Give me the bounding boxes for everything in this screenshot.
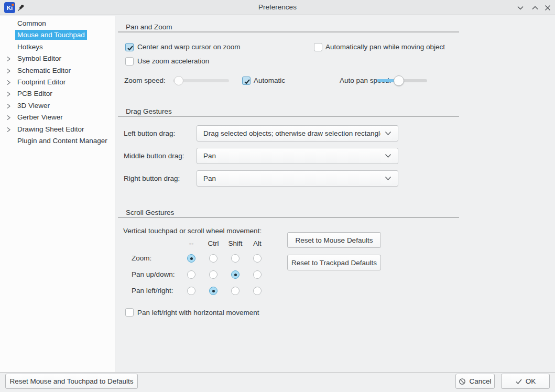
pan-updown-row-label: Pan up/down: xyxy=(132,270,175,279)
sidebar-item-common[interactable]: Common xyxy=(0,18,115,29)
titlebar: Ki Preferences xyxy=(0,0,555,15)
center-warp-cursor-label: Center and warp cursor on zoom xyxy=(137,43,241,51)
chevron-right-icon[interactable] xyxy=(6,127,12,133)
slider-knob[interactable] xyxy=(394,75,404,86)
sidebar-item-schematic-editor[interactable]: Schematic Editor xyxy=(0,65,115,77)
vertical-movement-label: Vertical touchpad or scroll wheel moveme… xyxy=(123,227,262,235)
ok-button[interactable]: OK xyxy=(501,374,550,389)
zoom-ctrl-radio[interactable] xyxy=(209,254,217,263)
zoom-acceleration-checkbox[interactable] xyxy=(125,57,134,66)
sidebar-item-3d-viewer[interactable]: 3D Viewer xyxy=(0,100,115,112)
window-shade-icon[interactable] xyxy=(517,4,524,12)
auto-pan-moving-object-label: Automatically pan while moving object xyxy=(325,43,445,51)
chevron-down-icon xyxy=(385,131,391,136)
chevron-right-icon[interactable] xyxy=(6,103,12,109)
center-warp-cursor-checkbox[interactable] xyxy=(125,43,134,51)
pan-leftright-none-radio[interactable] xyxy=(187,287,195,295)
section-divider xyxy=(118,116,459,117)
section-title-drag-gestures: Drag Gestures xyxy=(126,107,172,116)
middle-button-drag-select[interactable]: Pan xyxy=(197,148,398,164)
chevron-right-icon[interactable] xyxy=(6,68,12,74)
automatic-zoom-checkbox[interactable] xyxy=(242,77,251,85)
column-header-alt: Alt xyxy=(247,239,268,248)
reset-mouse-touchpad-defaults-button[interactable]: Reset Mouse and Touchpad to Defaults xyxy=(5,374,138,389)
cancel-button[interactable]: Cancel xyxy=(455,374,495,389)
sidebar-item-gerber-viewer[interactable]: Gerber Viewer xyxy=(0,112,115,123)
chevron-right-icon[interactable] xyxy=(6,56,12,62)
middle-button-drag-label: Middle button drag: xyxy=(124,152,184,160)
mouse-touchpad-panel: Pan and Zoom Center and warp cursor on z… xyxy=(115,15,555,372)
automatic-zoom-label: Automatic xyxy=(254,77,285,85)
pan-leftright-ctrl-radio[interactable] xyxy=(209,287,217,295)
sidebar-item-pcb-editor[interactable]: PCB Editor xyxy=(0,88,115,100)
sidebar-item-plugin-and-content-manager[interactable]: Plugin and Content Manager xyxy=(0,135,115,147)
right-button-drag-select[interactable]: Pan xyxy=(197,170,398,187)
window-maximize-icon[interactable] xyxy=(531,4,539,12)
section-title-scroll-gestures: Scroll Gestures xyxy=(126,209,174,217)
column-header-ctrl: Ctrl xyxy=(203,239,224,248)
slider-knob[interactable] xyxy=(174,76,183,85)
chevron-right-icon[interactable] xyxy=(6,115,12,121)
window-close-icon[interactable] xyxy=(544,4,551,12)
auto-pan-speed-slider[interactable] xyxy=(377,75,427,86)
pan-leftright-alt-radio[interactable] xyxy=(253,287,262,295)
horizontal-pan-checkbox[interactable] xyxy=(125,308,134,317)
zoom-alt-radio[interactable] xyxy=(253,254,262,263)
zoom-acceleration-label: Use zoom acceleration xyxy=(137,57,209,66)
chevron-right-icon[interactable] xyxy=(6,91,12,97)
pan-leftright-shift-radio[interactable] xyxy=(231,287,240,295)
sidebar-item-drawing-sheet-editor[interactable]: Drawing Sheet Editor xyxy=(0,124,115,135)
column-header-shift: Shift xyxy=(225,239,246,248)
preferences-dialog: Ki Preferences Common Mouse and To xyxy=(0,0,555,392)
pan-updown-shift-radio[interactable] xyxy=(231,270,240,279)
dialog-footer: Reset Mouse and Touchpad to Defaults Can… xyxy=(0,372,555,392)
reset-trackpad-defaults-button[interactable]: Reset to Trackpad Defaults xyxy=(287,255,381,270)
section-divider xyxy=(118,217,459,218)
chevron-down-icon xyxy=(385,176,391,181)
window-title: Preferences xyxy=(0,0,555,15)
chevron-down-icon xyxy=(385,154,391,158)
zoom-shift-radio[interactable] xyxy=(231,254,240,263)
chevron-right-icon[interactable] xyxy=(6,80,12,85)
horizontal-pan-label: Pan left/right with horizontal movement xyxy=(137,309,259,317)
sidebar-item-symbol-editor[interactable]: Symbol Editor xyxy=(0,53,115,64)
cancel-icon xyxy=(459,378,466,385)
sidebar-item-footprint-editor[interactable]: Footprint Editor xyxy=(0,77,115,88)
ok-check-icon xyxy=(515,378,523,385)
pan-updown-ctrl-radio[interactable] xyxy=(209,270,217,279)
zoom-none-radio[interactable] xyxy=(187,254,195,263)
pan-updown-none-radio[interactable] xyxy=(187,270,195,279)
pan-leftright-row-label: Pan left/right: xyxy=(132,287,173,295)
auto-pan-moving-object-checkbox[interactable] xyxy=(314,43,322,51)
section-title-pan-zoom: Pan and Zoom xyxy=(126,23,172,31)
preferences-tree: Common Mouse and Touchpad Hotkeys Symbol… xyxy=(0,16,115,372)
reset-mouse-defaults-button[interactable]: Reset to Mouse Defaults xyxy=(287,232,381,248)
column-header-none: -- xyxy=(181,239,202,248)
sidebar-item-hotkeys[interactable]: Hotkeys xyxy=(0,41,115,53)
section-divider xyxy=(118,31,459,32)
left-button-drag-label: Left button drag: xyxy=(124,129,175,138)
pan-updown-alt-radio[interactable] xyxy=(253,270,262,279)
sidebar-item-mouse-and-touchpad[interactable]: Mouse and Touchpad xyxy=(0,29,115,41)
zoom-row-label: Zoom: xyxy=(132,254,151,263)
left-button-drag-select[interactable]: Drag selected objects; otherwise draw se… xyxy=(197,125,398,141)
zoom-speed-label: Zoom speed: xyxy=(124,77,166,85)
zoom-speed-slider[interactable] xyxy=(173,75,229,86)
right-button-drag-label: Right button drag: xyxy=(124,175,180,183)
